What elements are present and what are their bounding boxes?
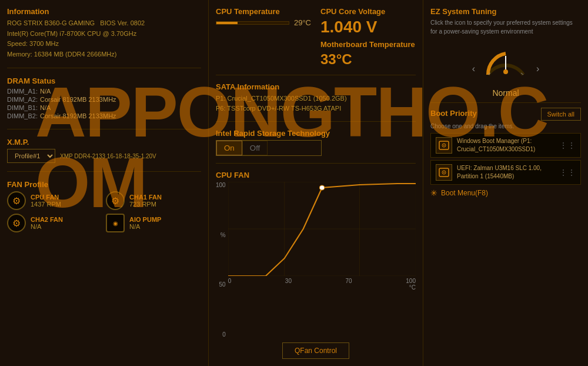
middle-panel: CPU Temperature 29°C CPU Core Voltage 1.… xyxy=(209,0,423,366)
gauge-left-arrow[interactable]: ‹ xyxy=(472,64,475,74)
divider-m1 xyxy=(216,75,416,75)
boot-menu-label: Boot Menu(F8) xyxy=(441,189,488,197)
boot-item-1[interactable]: Windows Boot Manager (P1: Crucial_CT1050… xyxy=(430,133,581,158)
boot-item-1-text: Windows Boot Manager (P1: Crucial_CT1050… xyxy=(457,137,554,154)
speed-info: Speed: 3700 MHz xyxy=(7,39,201,49)
gauge-label: Normal xyxy=(482,88,529,98)
ez-title: EZ System Tuning xyxy=(430,7,581,16)
rst-section: Intel Rapid Storage Technology On Off xyxy=(216,129,416,156)
dimm-b1-val: N/A xyxy=(40,104,51,111)
fan-title: FAN Profile xyxy=(7,180,201,189)
top-readings: CPU Temperature 29°C CPU Core Voltage 1.… xyxy=(216,7,416,68)
cha1-fan-info: CHA1 FAN 723 RPM xyxy=(129,194,162,208)
switch-all-btn[interactable]: Switch all xyxy=(541,108,581,121)
cpu-info: Intel(R) Core(TM) i7-8700K CPU @ 3.70GHz xyxy=(7,29,201,39)
boot-drag-icon-2: ⋮⋮ xyxy=(559,168,576,177)
cha1-fan-item: ⚙ CHA1 FAN 723 RPM xyxy=(106,191,201,210)
y-axis: 100 % 50 0 xyxy=(216,182,228,338)
dimm-a2-val: Corsair 8192MB 2133MHz xyxy=(40,96,116,103)
disk-icon-1 xyxy=(438,141,450,150)
cpu-fan-chart-title: CPU FAN xyxy=(216,171,416,179)
dimm-b1-row: DIMM_B1: N/A xyxy=(7,104,201,111)
dimm-a1-row: DIMM_A1: N/A xyxy=(7,88,201,95)
xmp-profile-select[interactable]: Profile#1 xyxy=(7,149,55,163)
x-100: 100 xyxy=(406,278,416,284)
dram-title: DRAM Status xyxy=(7,76,201,85)
boot-menu[interactable]: ✳ Boot Menu(F8) xyxy=(430,188,581,198)
gauge-svg xyxy=(482,39,529,86)
y-max: 100 xyxy=(216,182,226,188)
divider-1 xyxy=(7,68,201,68)
divider-3 xyxy=(7,171,201,172)
sata-p6: P6: TSSTcorp DVD+/-RW TS-H653G ATAPI xyxy=(216,104,416,114)
boot-disk-icon-2 xyxy=(436,164,452,181)
main-layout: APPONGTHO.C OM Information ROG STRIX B36… xyxy=(0,0,588,366)
cpu-fan-item: ⚙ CPU FAN 1437 RPM xyxy=(7,191,102,210)
boot-drag-icon-1: ⋮⋮ xyxy=(559,141,576,150)
x-unit: °C xyxy=(228,284,416,291)
divider-m2 xyxy=(216,121,416,122)
dimm-b2-row: DIMM_B2: Corsair 8192MB 2133MHz xyxy=(7,112,201,119)
x-axis: 0 30 70 100 xyxy=(228,278,416,284)
dimm-b2-label: DIMM_B2: xyxy=(7,112,38,119)
qfan-control-btn[interactable]: QFan Control xyxy=(282,342,349,359)
y-unit: % xyxy=(220,232,226,238)
xmp-title: X.M.P. xyxy=(7,138,201,147)
y-mid: 50 xyxy=(219,281,226,288)
xmp-row: Profile#1 XMP DDR4-2133 16-18-18-35-1.20… xyxy=(7,149,201,163)
memory-info: Memory: 16384 MB (DDR4 2666MHz) xyxy=(7,49,201,60)
boot-item-2-text: UEFI: Zalman U3M16 SLC 1.00, Partition 1… xyxy=(457,164,554,181)
aio-pump-info: AIO PUMP N/A xyxy=(129,216,161,230)
cha2-fan-icon: ⚙ xyxy=(7,214,26,232)
gauge-group: Normal xyxy=(482,39,529,98)
sata-p1: P1: Crucial_CT1050MX300SSD1 (1050.2GB) xyxy=(216,94,416,104)
svg-point-14 xyxy=(443,145,445,146)
cha2-fan-name: CHA2 FAN xyxy=(31,216,63,223)
boot-title: Boot Priority xyxy=(430,109,477,118)
gauge-right-arrow[interactable]: › xyxy=(536,64,539,74)
mb-temp-title: Motherboard Temperature xyxy=(320,40,416,49)
boot-header: Boot Priority Switch all xyxy=(430,108,581,121)
cpu-voltage-value: 1.040 V xyxy=(320,18,416,36)
dimm-a1-label: DIMM_A1: xyxy=(7,88,38,95)
boot-item-2[interactable]: UEFI: Zalman U3M16 SLC 1.00, Partition 1… xyxy=(430,160,581,185)
boot-desc: Choose one and drag the items. xyxy=(430,123,581,129)
boot-disk-icon-1 xyxy=(436,137,452,154)
right-panel: EZ System Tuning Click the icon to speci… xyxy=(423,0,588,366)
chart-area: 0 30 70 100 °C xyxy=(228,182,416,338)
x-30: 30 xyxy=(285,278,292,284)
fan-grid: ⚙ CPU FAN 1437 RPM ⚙ CHA1 FAN 723 RPM xyxy=(7,191,201,232)
cpu-temp-title: CPU Temperature xyxy=(216,7,311,16)
cha2-fan-item: ⚙ CHA2 FAN N/A xyxy=(7,214,102,232)
cha1-fan-icon: ⚙ xyxy=(106,191,125,210)
rst-on-btn[interactable]: On xyxy=(216,141,242,155)
aio-pump-name: AIO PUMP xyxy=(129,216,161,223)
info-section: Information ROG STRIX B360-G GAMING BIOS… xyxy=(7,7,201,59)
xmp-section: X.M.P. Profile#1 XMP DDR4-2133 16-18-18-… xyxy=(7,138,201,163)
dimm-a2-row: DIMM_A2: Corsair 8192MB 2133MHz xyxy=(7,96,201,103)
svg-point-9 xyxy=(503,69,508,74)
aio-pump-item: ◉ AIO PUMP N/A xyxy=(106,214,201,232)
cpu-fan-name: CPU FAN xyxy=(31,194,61,201)
cpu-voltage-section: CPU Core Voltage 1.040 V Motherboard Tem… xyxy=(320,7,416,68)
aio-pump-icon: ◉ xyxy=(106,214,125,232)
temp-bar-container: 29°C xyxy=(216,18,311,27)
rst-toggle-container: On Off xyxy=(216,140,322,156)
rst-off-btn[interactable]: Off xyxy=(242,141,268,155)
gauge-container: ‹ Nor xyxy=(430,39,581,98)
temp-bar-fill xyxy=(216,22,238,24)
divider-m3 xyxy=(216,163,416,164)
dram-section: DRAM Status DIMM_A1: N/A DIMM_A2: Corsai… xyxy=(7,76,201,121)
mb-temp-value: 33°C xyxy=(320,51,416,68)
sata-title: SATA Information xyxy=(216,82,416,91)
divider-2 xyxy=(7,129,201,129)
sata-section: SATA Information P1: Crucial_CT1050MX300… xyxy=(216,82,416,114)
svg-point-7 xyxy=(319,185,325,190)
cha1-fan-name: CHA1 FAN xyxy=(129,194,162,201)
board-name: ROG STRIX B360-G GAMING xyxy=(7,19,95,26)
cpu-fan-info: CPU FAN 1437 RPM xyxy=(31,194,61,208)
ez-tuning-section: EZ System Tuning Click the icon to speci… xyxy=(430,7,581,103)
fan-chart-svg xyxy=(228,182,416,276)
cha2-fan-info: CHA2 FAN N/A xyxy=(31,216,63,230)
cpu-temp-section: CPU Temperature 29°C xyxy=(216,7,311,68)
